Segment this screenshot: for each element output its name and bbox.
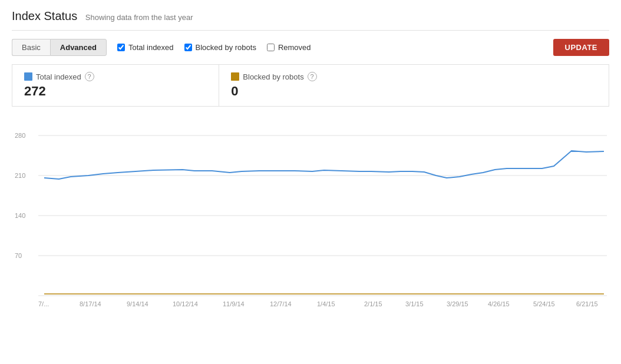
- total-indexed-stat-label: Total indexed: [36, 72, 81, 81]
- total-indexed-checkbox-label: Total indexed: [128, 43, 174, 52]
- blocked-value: 0: [231, 84, 597, 99]
- removed-checkbox[interactable]: [267, 44, 275, 51]
- x-label-nov9: 11/9/14: [223, 300, 245, 307]
- x-label-jul: 7/...: [38, 300, 49, 307]
- blocked-checkbox-label: Blocked by robots: [196, 43, 256, 52]
- blocked-header: Blocked by robots ?: [231, 72, 597, 81]
- blocked-stat: Blocked by robots ? 0: [219, 65, 609, 106]
- x-label-dec7: 12/7/14: [270, 300, 292, 307]
- total-indexed-checkbox[interactable]: [117, 44, 125, 51]
- removed-checkbox-group[interactable]: Removed: [267, 43, 311, 52]
- blocked-color-box: [231, 72, 239, 81]
- update-button[interactable]: UPDATE: [553, 39, 609, 56]
- total-indexed-color-box: [24, 72, 32, 81]
- x-label-may24: 5/24/15: [533, 300, 555, 307]
- y-label-140: 140: [15, 212, 25, 219]
- chart-svg: 280 210 140 70 7/... 8/17/14 9/14/14 10/…: [12, 115, 609, 321]
- blocked-checkbox-group[interactable]: Blocked by robots: [184, 43, 256, 52]
- total-indexed-value: 272: [24, 84, 207, 99]
- x-label-apr26: 4/26/15: [488, 300, 510, 307]
- y-label-210: 210: [15, 172, 25, 179]
- x-label-oct12: 10/12/14: [173, 300, 198, 307]
- toolbar: Basic Advanced Total indexed Blocked by …: [12, 39, 609, 56]
- x-label-aug17: 8/17/14: [80, 300, 101, 307]
- x-label-jun21: 6/21/15: [576, 300, 598, 307]
- total-indexed-header: Total indexed ?: [24, 72, 207, 81]
- total-indexed-stat: Total indexed ? 272: [12, 65, 219, 106]
- page-subtitle: Showing data from the last year: [85, 13, 193, 22]
- tab-group: Basic Advanced: [12, 39, 107, 56]
- total-indexed-help-icon[interactable]: ?: [85, 72, 94, 81]
- tab-basic[interactable]: Basic: [12, 39, 50, 56]
- chart-area: 280 210 140 70 7/... 8/17/14 9/14/14 10/…: [12, 115, 609, 321]
- total-indexed-line: [44, 151, 604, 179]
- x-label-mar29: 3/29/15: [447, 300, 468, 307]
- y-label-280: 280: [15, 132, 25, 139]
- x-label-sep14: 9/14/14: [127, 300, 148, 307]
- total-indexed-checkbox-group[interactable]: Total indexed: [117, 43, 174, 52]
- blocked-checkbox[interactable]: [184, 44, 192, 51]
- x-label-feb1: 2/1/15: [364, 300, 382, 307]
- blocked-help-icon[interactable]: ?: [308, 72, 317, 81]
- page-title: Index Status: [12, 9, 77, 22]
- x-label-jan4: 1/4/15: [317, 300, 335, 307]
- page-container: Index Status Showing data from the last …: [0, 0, 621, 330]
- tab-advanced[interactable]: Advanced: [50, 39, 107, 56]
- x-label-mar1: 3/1/15: [405, 300, 424, 307]
- title-row: Index Status Showing data from the last …: [12, 9, 609, 31]
- blocked-stat-label: Blocked by robots: [243, 72, 303, 81]
- removed-checkbox-label: Removed: [278, 43, 311, 52]
- y-label-70: 70: [15, 252, 22, 259]
- stats-row: Total indexed ? 272 Blocked by robots ? …: [12, 64, 609, 107]
